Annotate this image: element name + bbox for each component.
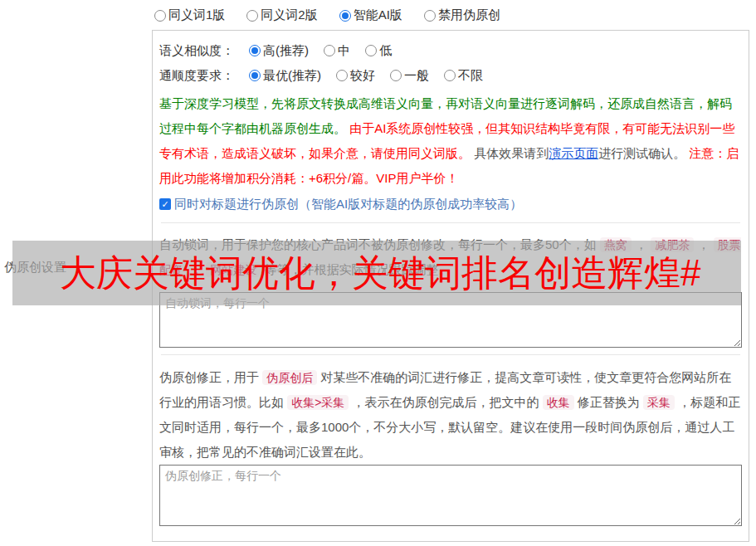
radio-option[interactable]: 同义词2版	[246, 7, 317, 23]
title-pseudo-original-checkbox-row[interactable]: ✓ 同时对标题进行伪原创（智能AI版对标题的伪原创成功率较高）	[159, 193, 742, 216]
radio-icon[interactable]	[336, 70, 348, 81]
radio-label: 高(推荐)	[263, 43, 309, 59]
radio-option[interactable]: 中	[324, 43, 350, 59]
text-segment: 具体效果请到	[471, 146, 549, 160]
radio-option[interactable]: 同义词1版	[154, 7, 225, 23]
text-segment: 修正替换为	[574, 395, 643, 409]
radio-option[interactable]: 低	[365, 43, 392, 59]
radio-icon[interactable]	[154, 10, 166, 22]
radio-label: 智能AI版	[354, 7, 402, 23]
radio-label: 较好	[350, 68, 375, 84]
radio-selected-icon[interactable]	[249, 45, 261, 56]
semantic-similarity-row: 语义相似度： 高(推荐)中低	[159, 38, 742, 63]
fluency-label: 通顺度要求：	[159, 68, 234, 84]
keyword-chip: 采集	[643, 395, 675, 410]
demo-page-link[interactable]: 演示页面	[549, 146, 598, 160]
mode-radio-group: 同义词1版同义词2版智能AI版禁用伪原创	[154, 7, 500, 23]
text-segment: ，表示在伪原创完成后，把文中的	[349, 395, 542, 409]
divider	[161, 222, 740, 223]
radio-label: 不限	[458, 68, 483, 84]
radio-option[interactable]: 禁用伪原创	[424, 7, 500, 23]
radio-icon[interactable]	[324, 45, 335, 56]
semantic-similarity-label: 语义相似度：	[159, 43, 234, 59]
radio-icon[interactable]	[365, 45, 377, 56]
radio-label: 同义词1版	[168, 7, 225, 23]
fluency-radio-group: 最优(推荐)较好一般不限	[249, 68, 483, 84]
radio-selected-icon[interactable]	[249, 70, 261, 81]
radio-option[interactable]: 不限	[444, 68, 483, 84]
text-segment: 进行测试确认。	[598, 146, 689, 160]
keyword-chip: 收集	[543, 395, 574, 410]
checkbox-checked-icon[interactable]: ✓	[159, 198, 171, 210]
radio-label: 禁用伪原创	[438, 7, 500, 23]
watermark-overlay-band: 大庆关键词优化，关键词排名创造辉煌#	[12, 241, 741, 305]
radio-option[interactable]: 一般	[390, 68, 429, 84]
title-checkbox-label: 同时对标题进行伪原创（智能AI版对标题的伪原创成功率较高）	[174, 197, 522, 212]
radio-label: 中	[338, 43, 350, 59]
radio-option[interactable]: 最优(推荐)	[249, 68, 321, 84]
radio-option[interactable]: 高(推荐)	[249, 43, 309, 59]
text-segment: 伪原创修正，用于	[159, 370, 262, 384]
radio-label: 最优(推荐)	[263, 68, 321, 84]
radio-icon[interactable]	[424, 10, 436, 22]
semantic-similarity-radio-group: 高(推荐)中低	[249, 43, 392, 59]
radio-label: 低	[379, 43, 392, 59]
correction-description: 伪原创修正，用于 伪原创后 对某些不准确的词汇进行修正，提高文章可读性，使文章更…	[159, 365, 742, 465]
radio-selected-icon[interactable]	[339, 10, 351, 22]
correction-textarea[interactable]	[159, 465, 742, 526]
fluency-row: 通顺度要求： 最优(推荐)较好一般不限	[159, 63, 742, 88]
watermark-text: 大庆关键词优化，关键词排名创造辉煌#	[60, 249, 700, 298]
radio-icon[interactable]	[246, 10, 258, 22]
radio-option[interactable]: 较好	[336, 68, 375, 84]
radio-label: 一般	[404, 68, 429, 84]
divider	[161, 354, 740, 355]
ai-mode-description: 基于深度学习模型，先将原文转换成高维语义向量，再对语义向量进行逐词解码，还原成自…	[159, 91, 742, 191]
radio-icon[interactable]	[390, 70, 402, 81]
radio-option[interactable]: 智能AI版	[339, 7, 402, 23]
keyword-chip: 伪原创后	[262, 370, 317, 385]
radio-label: 同义词2版	[261, 7, 317, 23]
radio-icon[interactable]	[444, 70, 456, 81]
keyword-chip: 收集>采集	[287, 395, 349, 410]
